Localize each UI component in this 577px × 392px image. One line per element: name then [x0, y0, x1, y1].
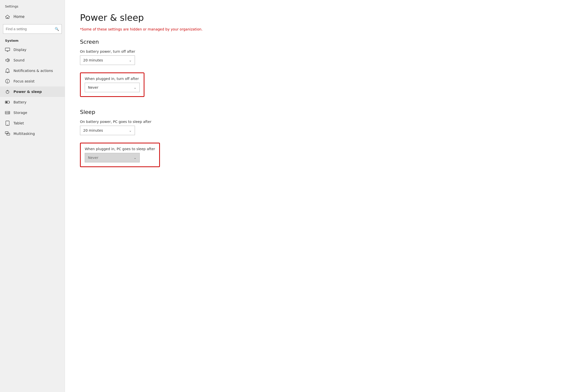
notifications-icon [5, 68, 10, 73]
svg-marker-3 [6, 58, 8, 62]
screen-section-heading: Screen [80, 39, 562, 45]
sidebar-item-label-notifications: Notifications & actions [13, 69, 53, 73]
power-icon [5, 89, 10, 94]
sidebar: Settings Home 🔍 System Display [0, 0, 65, 392]
sidebar-item-multitasking[interactable]: Multitasking [0, 128, 65, 139]
search-icon: 🔍 [55, 27, 59, 31]
sidebar-item-notifications[interactable]: Notifications & actions [0, 65, 65, 76]
svg-point-11 [9, 112, 9, 112]
screen-plugged-value: Never [88, 85, 98, 89]
screen-plugged-dropdown[interactable]: Never ⌄ [85, 83, 140, 92]
sidebar-home-label: Home [13, 14, 24, 19]
tablet-icon [5, 121, 10, 126]
svg-point-14 [7, 125, 8, 125]
sleep-plugged-dropdown[interactable]: Never ⌄ [85, 153, 140, 162]
sound-icon [5, 58, 10, 63]
sidebar-item-label-power: Power & sleep [13, 90, 42, 94]
display-icon [5, 47, 10, 52]
sidebar-item-sound[interactable]: Sound [0, 55, 65, 65]
sidebar-item-battery[interactable]: Battery [0, 97, 65, 107]
battery-icon [5, 100, 10, 105]
app-title: Settings [0, 2, 65, 11]
sleep-section-heading: Sleep [80, 109, 562, 115]
svg-rect-9 [5, 111, 10, 113]
focus-icon [5, 79, 10, 84]
multitasking-icon [5, 131, 10, 136]
sidebar-item-label-multitasking: Multitasking [13, 132, 35, 136]
sidebar-item-label-tablet: Tablet [13, 121, 24, 125]
sleep-battery-dropdown[interactable]: 20 minutes ⌄ [80, 126, 135, 135]
screen-plugged-highlight: When plugged in, turn off after Never ⌄ [80, 72, 144, 97]
home-icon [5, 14, 10, 19]
svg-rect-0 [5, 48, 10, 51]
main-content: Power & sleep *Some of these settings ar… [65, 0, 577, 392]
sidebar-item-tablet[interactable]: Tablet [0, 118, 65, 128]
chevron-down-icon-2: ⌄ [134, 86, 136, 89]
section-label: System [0, 37, 65, 44]
sleep-plugged-value: Never [88, 156, 98, 160]
sidebar-item-label-storage: Storage [13, 111, 27, 115]
screen-plugged-label: When plugged in, turn off after [85, 77, 140, 81]
chevron-down-icon-3: ⌄ [129, 129, 132, 132]
svg-rect-10 [5, 113, 10, 114]
sidebar-item-power[interactable]: Power & sleep [0, 86, 65, 97]
screen-battery-group: On battery power, turn off after 20 minu… [80, 49, 562, 65]
search-input[interactable] [6, 27, 55, 31]
screen-battery-label: On battery power, turn off after [80, 49, 562, 53]
sidebar-item-label-sound: Sound [13, 58, 24, 62]
page-title: Power & sleep [80, 12, 562, 23]
sidebar-item-storage[interactable]: Storage [0, 107, 65, 118]
search-box[interactable]: 🔍 [3, 24, 62, 34]
org-warning: *Some of these settings are hidden or ma… [80, 27, 562, 31]
svg-point-12 [9, 113, 9, 114]
screen-battery-value: 20 minutes [83, 58, 103, 62]
sidebar-item-display[interactable]: Display [0, 44, 65, 55]
sleep-plugged-highlight: When plugged in, PC goes to sleep after … [80, 143, 160, 167]
chevron-down-icon: ⌄ [129, 58, 132, 62]
svg-rect-8 [6, 101, 7, 103]
sidebar-item-label-focus: Focus assist [13, 79, 34, 83]
chevron-down-icon-4: ⌄ [134, 156, 136, 160]
screen-battery-dropdown[interactable]: 20 minutes ⌄ [80, 55, 135, 65]
svg-rect-7 [9, 102, 10, 103]
sidebar-item-label-display: Display [13, 48, 26, 52]
sleep-battery-label: On battery power, PC goes to sleep after [80, 120, 562, 124]
sidebar-item-label-battery: Battery [13, 100, 26, 104]
sleep-battery-value: 20 minutes [83, 128, 103, 132]
sleep-plugged-label: When plugged in, PC goes to sleep after [85, 147, 155, 151]
sidebar-item-focus[interactable]: Focus assist [0, 76, 65, 86]
sleep-battery-group: On battery power, PC goes to sleep after… [80, 120, 562, 135]
sidebar-item-home[interactable]: Home [0, 11, 65, 22]
storage-icon [5, 110, 10, 115]
